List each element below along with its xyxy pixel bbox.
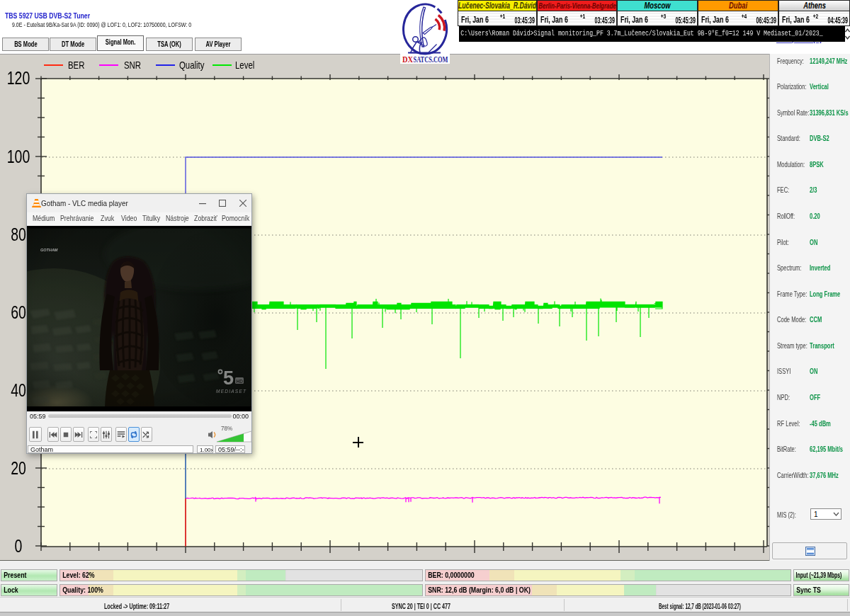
svg-text:SATCS.COM: SATCS.COM	[414, 55, 448, 64]
svg-text:MEDIASET: MEDIASET	[216, 389, 246, 394]
svg-text:GOTHAM: GOTHAM	[40, 248, 58, 252]
svg-text:HD: HD	[237, 379, 244, 384]
svg-text:DX: DX	[402, 55, 413, 64]
svg-text:5: 5	[223, 367, 234, 389]
